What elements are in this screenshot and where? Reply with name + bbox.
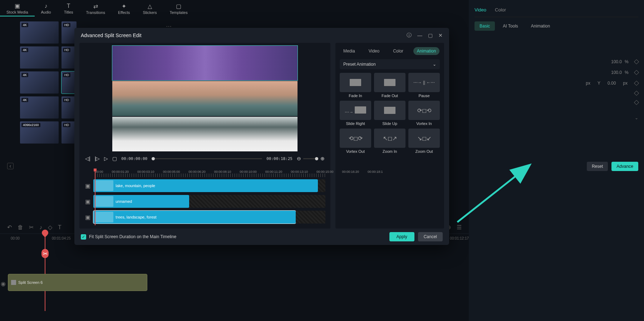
split-segment-3[interactable] [112,117,298,151]
timecode-current: 00:00:00:00 [121,156,147,161]
collapse-button[interactable]: ‹ [7,163,14,169]
split-segment-2[interactable] [112,81,298,116]
music-icon: ♪ [45,3,48,9]
track-type-icon: ▣ [84,182,91,189]
zoom-in-icon[interactable]: ⊕ [320,156,325,161]
prop-value-1[interactable]: 100.0 [604,59,622,64]
track-type-icon: ▣ [84,198,91,205]
advance-button[interactable]: Advance [611,162,638,171]
help-icon[interactable]: ⓘ [407,32,412,39]
cut-icon[interactable]: ✂ [29,224,34,231]
track-type-icon: ▣ [84,214,91,221]
text-icon: T [67,3,70,9]
anim-vortex-in[interactable]: ⟳◻⟲ [408,101,440,120]
animation-panel: Media Video Color Animation Preset Anima… [335,43,444,229]
anim-tab-animation[interactable]: Animation [413,47,439,55]
anim-fade-out[interactable] [374,73,405,92]
media-thumbnail[interactable]: 4K [20,21,59,44]
transition-icon: ⇄ [93,3,98,10]
reset-button[interactable]: Reset [587,162,608,171]
tag-icon[interactable]: ◇ [48,224,52,231]
keyframe-icon[interactable] [634,91,639,96]
timeline-clip[interactable]: Split Screen 6 [8,274,147,291]
anim-tab-media[interactable]: Media [340,47,359,55]
toolbar-templates[interactable]: ▢Templates [163,1,194,16]
template-icon: ▢ [176,3,181,10]
media-thumbnail[interactable]: 4K [20,96,59,119]
track-clip-1[interactable]: lake, mountain, people [93,179,318,192]
inner-playhead[interactable] [95,170,95,225]
media-thumbnail[interactable]: 4096x2160 [20,121,59,144]
anim-vortex-out[interactable]: ⟲◻⟳ [340,129,371,148]
toolbar-audio[interactable]: ♪Audio [35,1,58,16]
anim-zoom-in[interactable]: ↖◻↗ [374,129,405,148]
clip-type-icon [11,280,16,285]
track-clip-3[interactable]: trees, landscape, forest [93,211,296,224]
chevron-down-icon: ⌄ [433,62,436,67]
fit-duration-checkbox[interactable]: ✓ [81,234,86,240]
anim-pause[interactable]: ⋯→ || ←⋯ [408,73,440,92]
play-icon[interactable]: ▷ [104,156,108,161]
playhead[interactable] [45,232,45,311]
sparkle-icon: ✦ [122,3,126,10]
modal-title: Advanced Split Screen Edit [81,32,142,38]
subtab-animation[interactable]: Animation [526,21,555,31]
cancel-button[interactable]: Cancel [418,232,443,241]
chevron-down-icon[interactable]: ⌄ [635,115,638,120]
audio-icon[interactable]: ♪ [39,224,42,231]
progress-bar[interactable] [152,158,262,159]
split-screen-modal: Advanced Split Screen Edit ⓘ — ▢ ✕ ◁| |▷… [74,28,449,245]
anim-slide-up[interactable] [374,101,405,120]
toolbar-transitions[interactable]: ⇄Transitions [80,1,112,16]
razor-icon[interactable]: ✂ [41,249,49,258]
toolbar-stickers[interactable]: △Stickers [136,1,163,16]
subtab-basic[interactable]: Basic [475,21,495,31]
list-icon[interactable]: ☰ [457,224,462,231]
zoom-slider[interactable] [303,158,318,159]
keyframe-icon[interactable] [634,100,639,105]
media-grid: 4K HD 4K HD 4K HD 4K HD 4096x2160 HD [20,21,77,144]
zoom-out-icon[interactable]: ⊖ [297,156,301,161]
toolbar-stock-media[interactable]: ▣Stock Media [0,1,35,16]
toolbar-effects[interactable]: ✦Effects [112,1,136,16]
sticker-icon: △ [148,3,152,10]
keyframe-icon[interactable] [634,59,639,64]
subtab-ai-tools[interactable]: AI Tools [498,21,523,31]
preview-screen[interactable] [112,46,298,151]
visibility-icon[interactable]: ◉ [1,280,6,287]
media-thumbnail[interactable]: 4K [20,46,59,69]
undo-icon[interactable]: ↶ [7,224,12,231]
delete-icon[interactable]: 🗑 [18,224,23,231]
inspector-tab-color[interactable]: Color [495,6,506,14]
anim-fade-in[interactable] [340,73,371,92]
inspector-tab-video[interactable]: Video [475,6,486,14]
anim-tab-color[interactable]: Color [389,47,407,55]
minimize-icon[interactable]: — [417,32,422,38]
close-icon[interactable]: ✕ [438,32,443,38]
maximize-icon[interactable]: ▢ [428,32,433,38]
preset-dropdown[interactable]: Preset Animation⌄ [340,59,440,69]
keyframe-icon[interactable] [634,70,639,75]
anim-slide-right[interactable]: ⋯→ [340,101,371,120]
inspector-panel: Video Color Basic AI Tools Animation 100… [469,0,644,321]
stop-icon[interactable]: ▢ [112,156,117,161]
toolbar-titles[interactable]: TTitles [58,1,80,16]
prop-y-value[interactable]: 0.00 [608,81,616,86]
timecode-duration: 00:00:18:25 [266,156,292,161]
inner-ruler[interactable]: 00:0000:00:01:2000:00:03:1000:00:05:0000… [84,170,325,174]
track-clip-2[interactable]: unnamed [93,195,189,208]
next-frame-icon[interactable]: |▷ [95,156,100,161]
apply-button[interactable]: Apply [389,232,414,241]
split-segment-1[interactable] [112,46,298,80]
anim-zoom-out[interactable]: ↘◻↙ [408,129,440,148]
text-icon[interactable]: T [58,224,62,231]
prop-value-2[interactable]: 100.0 [604,70,622,75]
keyframe-icon[interactable] [634,81,639,86]
inner-timeline: 00:0000:00:01:2000:00:03:1000:00:05:0000… [79,167,330,229]
image-icon: ▣ [15,2,20,9]
prev-frame-icon[interactable]: ◁| [85,156,90,161]
anim-tab-video[interactable]: Video [365,47,383,55]
media-thumbnail[interactable]: 4K [20,71,59,94]
